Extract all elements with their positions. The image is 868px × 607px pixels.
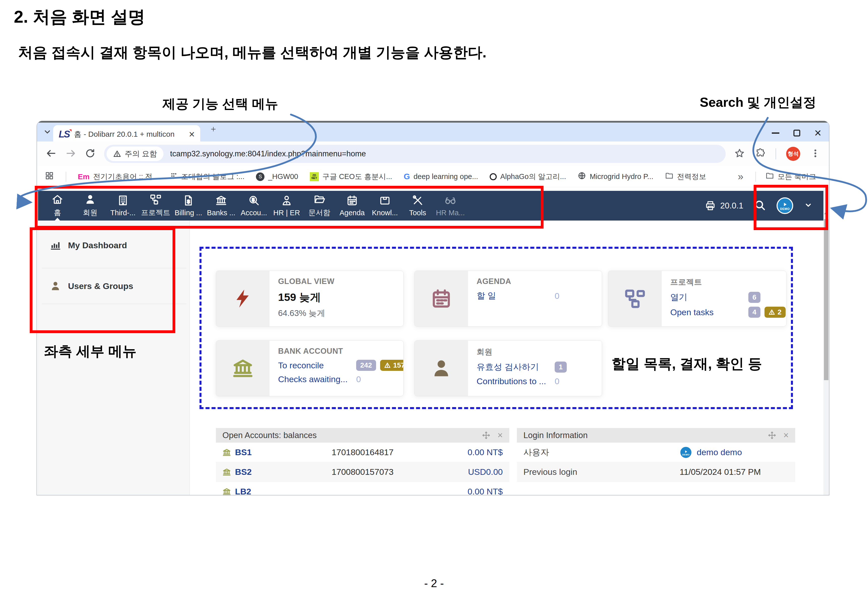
apps-grid-icon[interactable] — [45, 171, 54, 182]
url-bar[interactable]: 주의 요함 tcamp32.synology.me:8041/index.php… — [104, 145, 726, 163]
em-favicon: Em — [78, 172, 90, 181]
window-minimize-button[interactable] — [772, 132, 779, 134]
tab-title: 홈 - Dolibarr 20.0.1 + multicon — [74, 129, 175, 139]
window-close-button[interactable]: × — [814, 127, 822, 139]
panel-header: Login Information × — [517, 428, 795, 443]
page-scrollbar[interactable] — [823, 187, 829, 495]
move-icon[interactable] — [768, 431, 776, 440]
current-user-link[interactable]: DEMO demo demo — [680, 446, 789, 459]
chrome-profile-badge[interactable]: 형석 — [786, 147, 800, 161]
page-title: 2. 처음 화면 설명 — [14, 6, 145, 28]
bookmark-item[interactable]: ZDNET구글 CEO도 흥분시... — [310, 172, 392, 182]
annotation-red-box-sidebar — [30, 228, 175, 333]
circle-favicon — [490, 173, 497, 180]
open-accounts-panel: Open Accounts: balances × BS1 1701800164… — [216, 428, 509, 496]
google-favicon: G — [404, 172, 410, 181]
back-button[interactable] — [46, 148, 57, 160]
browser-tabstrip: LS 홈 - Dolibarr 20.0.1 + multicon × × — [37, 121, 829, 141]
folder-icon — [766, 172, 774, 182]
page-subtitle: 처음 접속시 결재 항목이 나오며, 메뉴를 선택하여 개별 기능을 사용한다. — [18, 43, 487, 62]
bookmark-item[interactable]: Microgrid Hydro P... — [578, 172, 653, 182]
bookmark-item[interactable]: Gdeep learning ope... — [404, 172, 478, 181]
folder-icon — [665, 172, 674, 182]
browser-toolbar: 주의 요함 tcamp32.synology.me:8041/index.php… — [37, 141, 829, 166]
browser-menu-kebab-icon[interactable] — [810, 148, 820, 159]
bookmark-item[interactable]: 전력정보 — [665, 172, 706, 182]
bookmark-item[interactable]: S_HGW00 — [256, 172, 298, 181]
close-icon[interactable]: × — [498, 430, 503, 441]
login-info-row: 사용자 DEMO demo demo — [517, 443, 795, 462]
printer-icon — [705, 200, 716, 211]
zdnet-favicon: ZDNET — [310, 172, 319, 181]
ls-favicon: LS — [59, 129, 70, 140]
bookmark-item[interactable]: Em전기기초용어 :: 전... — [78, 172, 158, 182]
site-warning-chip[interactable]: 주의 요함 — [107, 147, 163, 161]
bank-icon — [222, 448, 231, 457]
user-avatar: DEMO — [680, 446, 692, 459]
panel-header: Open Accounts: balances × — [216, 428, 509, 443]
reload-button[interactable] — [85, 148, 96, 159]
page-number: - 2 - — [0, 577, 868, 590]
panel-title: Login Information — [524, 430, 587, 440]
version-indicator[interactable]: 20.0.1 — [705, 200, 743, 211]
bookmarks-overflow-chevron[interactable]: » — [738, 171, 743, 182]
bookmark-item[interactable]: 조대협의 블로그 :... — [170, 172, 244, 182]
globe-favicon — [578, 172, 586, 182]
annotation-todo-label: 할일 목록, 결재, 확인 등 — [612, 355, 762, 374]
login-info-panel: Login Information × 사용자 DEMO demo demo P… — [517, 428, 795, 482]
account-row[interactable]: BS1 1701800164817 0.00 NT$ — [216, 443, 509, 462]
annotation-blue-dotted-box — [200, 247, 793, 409]
annotation-search-label: Search 및 개인설정 — [700, 94, 816, 111]
annotation-red-box-search — [754, 185, 828, 230]
annotation-menu-label: 제공 기능 선택 메뉴 — [163, 95, 278, 113]
dots-favicon — [170, 172, 178, 181]
forward-button[interactable] — [65, 148, 76, 160]
slide-page: 2. 처음 화면 설명 처음 접속시 결재 항목이 나오며, 메뉴를 선택하여 … — [0, 0, 868, 607]
annotation-red-box-menu — [35, 186, 544, 229]
tab-close-icon[interactable]: × — [189, 129, 195, 139]
login-info-row: Previous login 11/05/2024 01:57 PM — [517, 462, 795, 482]
toolbar-separator — [775, 148, 776, 159]
browser-tab[interactable]: LS 홈 - Dolibarr 20.0.1 + multicon × — [53, 125, 200, 143]
bank-icon — [222, 488, 231, 496]
site-warning-label: 주의 요함 — [125, 149, 157, 159]
scrollbar-thumb[interactable] — [824, 219, 828, 380]
bookmark-item[interactable]: AlphaGo의 알고리... — [490, 172, 566, 182]
toolbar-right-cluster: 형석 — [734, 147, 820, 161]
all-bookmarks-item[interactable]: 모든 북마크 — [766, 172, 816, 182]
window-controls: × — [772, 127, 822, 139]
window-maximize-button[interactable] — [794, 130, 800, 136]
bank-icon — [222, 468, 231, 476]
bookmarks-bar: Em전기기초용어 :: 전... 조대협의 블로그 :... S_HGW00 Z… — [37, 166, 829, 187]
panel-title: Open Accounts: balances — [222, 430, 317, 440]
url-text: tcamp32.synology.me:8041/index.php?mainm… — [170, 149, 366, 158]
tab-search-chevron-icon[interactable] — [43, 128, 52, 137]
bookmarks-separator — [66, 172, 66, 182]
move-icon[interactable] — [482, 431, 490, 440]
account-row[interactable]: LB2 0.00 NT$ — [216, 482, 509, 496]
bookmarks-separator — [755, 172, 756, 182]
account-row[interactable]: BS2 1700800157073 USD0.00 — [216, 462, 509, 482]
bookmark-star-icon[interactable] — [734, 148, 745, 159]
annotation-sidebar-label: 좌측 세부 메뉴 — [44, 342, 136, 361]
sphere-favicon: S — [256, 172, 265, 181]
extensions-icon[interactable] — [755, 148, 766, 159]
new-tab-button[interactable] — [210, 126, 222, 138]
close-icon[interactable]: × — [783, 430, 789, 441]
